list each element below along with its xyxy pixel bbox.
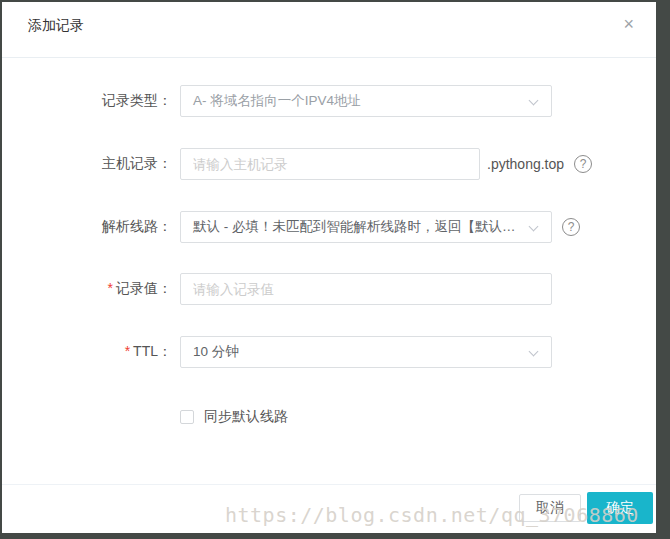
record-type-label-text: 记录类型： — [102, 92, 172, 108]
help-icon[interactable]: ? — [574, 155, 592, 173]
dialog-title: 添加记录 — [28, 17, 84, 35]
record-value-label: *记录值： — [2, 280, 172, 298]
ttl-value: 10 分钟 — [181, 343, 269, 361]
confirm-button[interactable]: 确定 — [587, 492, 653, 524]
host-record-input[interactable] — [180, 148, 480, 180]
chevron-down-icon — [529, 347, 539, 357]
chevron-down-icon — [529, 96, 539, 106]
record-type-value: A- 将域名指向一个IPV4地址 — [181, 92, 391, 110]
record-type-label: 记录类型： — [2, 92, 172, 110]
ttl-label: *TTL： — [2, 343, 172, 361]
ttl-select[interactable]: 10 分钟 — [180, 336, 552, 368]
form-row-host-record: 主机记录： .pythong.top ? — [2, 148, 656, 180]
host-record-label-text: 主机记录： — [102, 155, 172, 171]
resolution-line-label-text: 解析线路： — [102, 218, 172, 234]
resolution-line-value: 默认 - 必填！未匹配到智能解析线路时，返回【默认】线路... — [181, 218, 551, 236]
host-record-label: 主机记录： — [2, 155, 172, 173]
resolution-line-label: 解析线路： — [2, 218, 172, 236]
add-record-dialog: 添加记录 × 记录类型： A- 将域名指向一个IPV4地址 主机记录： .pyt… — [2, 2, 656, 533]
record-value-label-text: 记录值： — [116, 280, 172, 296]
form-row-sync-default-line: 同步默认线路 — [2, 405, 656, 429]
record-type-select[interactable]: A- 将域名指向一个IPV4地址 — [180, 85, 552, 117]
required-asterisk: * — [125, 343, 130, 359]
ttl-label-text: TTL： — [133, 343, 172, 359]
sync-default-line-checkbox[interactable] — [180, 410, 194, 424]
form-row-record-type: 记录类型： A- 将域名指向一个IPV4地址 — [2, 85, 656, 117]
help-icon[interactable]: ? — [562, 218, 580, 236]
cancel-button[interactable]: 取消 — [519, 494, 581, 522]
record-value-input[interactable] — [180, 273, 552, 305]
footer-divider — [2, 484, 656, 485]
header-divider — [2, 57, 656, 58]
form-row-ttl: *TTL： 10 分钟 — [2, 336, 656, 368]
form-row-record-value: *记录值： — [2, 273, 656, 305]
sync-default-line-label: 同步默认线路 — [204, 408, 288, 426]
domain-suffix: .pythong.top — [487, 156, 564, 172]
required-asterisk: * — [108, 280, 113, 296]
screenshot-frame: 添加记录 × 记录类型： A- 将域名指向一个IPV4地址 主机记录： .pyt… — [0, 0, 670, 539]
resolution-line-select[interactable]: 默认 - 必填！未匹配到智能解析线路时，返回【默认】线路... — [180, 211, 552, 243]
form-row-resolution-line: 解析线路： 默认 - 必填！未匹配到智能解析线路时，返回【默认】线路... ? — [2, 211, 656, 243]
close-icon[interactable]: × — [623, 15, 634, 33]
